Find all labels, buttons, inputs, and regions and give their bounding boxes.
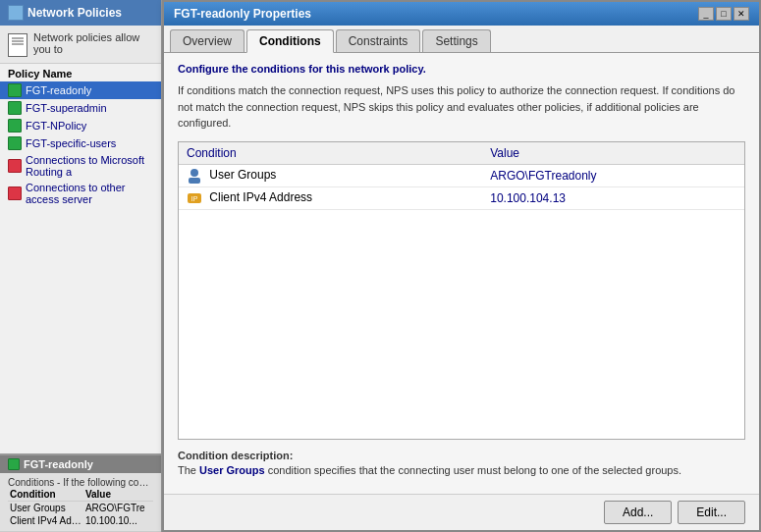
col-value: Value [482,142,744,165]
policy-item-fgt-npolicy[interactable]: FGT-NPolicy [0,117,161,134]
tabs-bar: Overview Conditions Constraints Settings [164,26,759,53]
tab-overview[interactable]: Overview [170,29,245,52]
policy-red-icon [8,159,22,173]
conditions-section-label: Conditions - If the following conditio [8,477,153,488]
config-description: Configure the conditions for this networ… [178,63,745,75]
properties-dialog: FGT-readonly Properties _ □ ✕ Overview C… [162,0,761,532]
conditions-table: Condition Value User Groups ARGO [179,142,744,210]
policy-name-connections-other: Connections to other access server [26,182,153,205]
small-row1-condition: User Groups [8,502,83,515]
doc-icon [8,33,27,57]
table-header-row: Condition Value [179,142,744,165]
policy-green-icon-3 [8,119,22,133]
info-description: If conditions match the connection reque… [178,82,745,132]
title-buttons: _ □ ✕ [698,7,749,21]
condition-desc-text: The User Groups condition specifies that… [178,464,745,476]
small-row2-value: 10.100.10... [83,514,153,527]
policy-item-fgt-readonly[interactable]: FGT-readonly [0,81,161,99]
minimize-button[interactable]: _ [698,7,714,21]
tab-settings[interactable]: Settings [422,29,490,52]
policy-name-connections-routing: Connections to Microsoft Routing a [26,154,153,178]
policy-green-icon-2 [8,101,22,115]
left-bottom-header: FGT-readonly [0,455,161,473]
network-icon [8,5,24,21]
dialog-footer: Add... Edit... [164,494,759,530]
edit-button[interactable]: Edit... [678,501,745,524]
policy-item-connections-routing[interactable]: Connections to Microsoft Routing a [0,152,161,180]
network-policies-header: Network Policies [0,0,161,26]
small-table-col-value: Value [83,488,153,502]
policy-item-fgt-superadmin[interactable]: FGT-superadmin [0,99,161,117]
policy-name-fgt-superadmin: FGT-superadmin [26,102,107,114]
maximize-button[interactable]: □ [716,7,732,21]
condition-desc-label: Condition description: [178,450,745,461]
add-button[interactable]: Add... [604,501,672,524]
info-text: If conditions match the connection reque… [178,84,734,129]
network-policies-label: Network Policies [27,6,122,20]
small-conditions-table: Condition Value User Groups ARGO\FGTre C… [8,488,153,527]
left-panel: Network Policies Network policies allow … [0,0,162,532]
small-row2-condition: Client IPv4 Address [8,514,83,527]
dialog-content: Configure the conditions for this networ… [164,53,759,494]
row1-value: ARGO\FGTreadonly [482,164,744,186]
small-table-row-1: User Groups ARGO\FGTre [8,502,153,515]
left-bottom-panel: FGT-readonly Conditions - If the followi… [0,453,161,532]
tab-constraints[interactable]: Constraints [336,29,421,52]
policy-name-fgt-npolicy: FGT-NPolicy [26,120,86,132]
conditions-table-container: Condition Value User Groups ARGO [178,141,745,441]
small-table-col-condition: Condition [8,488,83,502]
left-description-block: Network policies allow you to [0,26,161,64]
dialog-titlebar: FGT-readonly Properties _ □ ✕ [164,2,759,26]
svg-point-0 [190,169,198,177]
condition-bold-word: User Groups [199,464,265,476]
row2-condition: IP Client IPv4 Address [179,186,482,209]
policy-green-icon [8,83,22,97]
policy-item-connections-other[interactable]: Connections to other access server [0,180,161,207]
policy-name-label: Policy Name [0,64,161,81]
policy-red-icon-2 [8,186,22,200]
policy-list: FGT-readonly FGT-superadmin FGT-NPolicy … [0,81,161,453]
table-row-user-groups[interactable]: User Groups ARGO\FGTreadonly [179,164,744,186]
row2-value: 10.100.104.13 [482,186,744,209]
table-row-client-ipv4[interactable]: IP Client IPv4 Address 10.100.104.13 [179,186,744,209]
condition-description-section: Condition description: The User Groups c… [178,450,745,476]
col-condition: Condition [179,142,482,165]
svg-rect-1 [189,178,200,184]
policy-name-fgt-specific: FGT-specific-users [26,137,116,149]
conditions-section: Conditions - If the following conditio C… [0,473,161,532]
user-groups-icon [187,168,202,184]
small-table-row-2: Client IPv4 Address 10.100.10... [8,514,153,527]
svg-text:IP: IP [191,195,198,202]
policy-item-fgt-specific[interactable]: FGT-specific-users [0,134,161,152]
policy-green-icon-4 [8,136,22,150]
bottom-policy-name: FGT-readonly [24,458,93,470]
policy-name-fgt-readonly: FGT-readonly [26,84,91,96]
left-description-text: Network policies allow you to [33,31,153,55]
close-button[interactable]: ✕ [734,7,749,21]
row1-condition: User Groups [179,164,482,186]
small-row1-value: ARGO\FGTre [83,502,153,515]
bottom-green-icon [8,458,20,470]
dialog-title: FGT-readonly Properties [174,7,311,21]
tab-conditions[interactable]: Conditions [246,29,334,53]
network-addr-icon: IP [187,190,202,206]
